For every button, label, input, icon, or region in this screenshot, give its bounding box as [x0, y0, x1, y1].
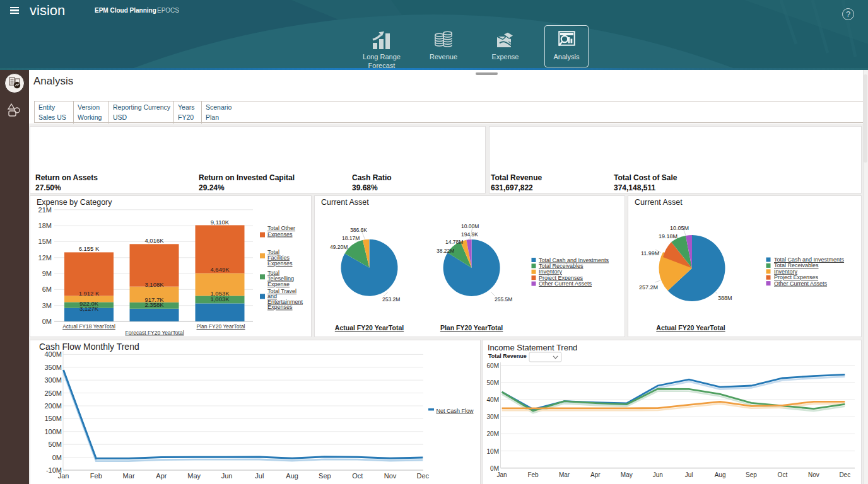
- svg-text:18M: 18M: [38, 222, 52, 229]
- svg-text:1,003K: 1,003K: [210, 296, 230, 302]
- svg-text:Sep: Sep: [746, 471, 757, 478]
- svg-text:255.5M: 255.5M: [495, 296, 512, 302]
- svg-text:Apr: Apr: [590, 471, 601, 478]
- svg-text:Jun: Jun: [653, 471, 663, 478]
- svg-text:Nov: Nov: [384, 472, 397, 480]
- svg-text:Jul: Jul: [685, 471, 693, 478]
- svg-text:253.2M: 253.2M: [382, 296, 400, 302]
- svg-text:10.05M: 10.05M: [670, 225, 689, 231]
- svg-text:Actual FY18 YearTotal: Actual FY18 YearTotal: [62, 323, 115, 330]
- svg-text:Jun: Jun: [221, 472, 233, 480]
- svg-text:19.18M: 19.18M: [659, 233, 677, 239]
- svg-text:Expenses: Expenses: [267, 260, 293, 267]
- svg-text:Plan FY20 YearTotal: Plan FY20 YearTotal: [440, 324, 503, 331]
- svg-text:14.78M: 14.78M: [445, 239, 463, 245]
- svg-text:3M: 3M: [42, 302, 52, 309]
- svg-text:300M: 300M: [44, 376, 62, 384]
- svg-text:Expense: Expense: [267, 281, 290, 287]
- svg-text:350M: 350M: [44, 364, 62, 371]
- svg-text:Net Cash Flow: Net Cash Flow: [437, 408, 474, 414]
- svg-text:Sep: Sep: [319, 472, 331, 480]
- svg-text:9,110K: 9,110K: [211, 219, 230, 226]
- svg-text:250M: 250M: [44, 389, 62, 397]
- svg-text:194.9K: 194.9K: [461, 231, 478, 238]
- svg-text:15M: 15M: [38, 238, 52, 245]
- svg-text:Feb: Feb: [90, 472, 102, 480]
- svg-text:Actual FY20 YearTotal: Actual FY20 YearTotal: [335, 324, 404, 331]
- svg-text:11.99M: 11.99M: [641, 250, 659, 256]
- svg-text:4,649K: 4,649K: [210, 266, 230, 273]
- svg-text:Other Current Assets: Other Current Assets: [774, 280, 828, 287]
- svg-text:Dec: Dec: [417, 472, 430, 480]
- svg-text:Expenses: Expenses: [267, 231, 293, 238]
- svg-text:Dec: Dec: [839, 471, 850, 478]
- svg-text:257.2M: 257.2M: [639, 284, 658, 291]
- svg-text:Other Current Assets: Other Current Assets: [539, 280, 592, 287]
- svg-text:100M: 100M: [44, 428, 62, 435]
- svg-text:Total Revenue: Total Revenue: [488, 353, 527, 359]
- svg-text:Actual FY20 YearTotal: Actual FY20 YearTotal: [656, 324, 725, 331]
- svg-text:Oct: Oct: [778, 471, 788, 478]
- svg-text:4,016K: 4,016K: [144, 237, 164, 244]
- svg-text:Jul: Jul: [255, 472, 264, 480]
- svg-text:150M: 150M: [44, 415, 62, 422]
- svg-text:20M: 20M: [487, 430, 499, 437]
- svg-text:3,127K: 3,127K: [79, 305, 99, 312]
- svg-text:May: May: [187, 472, 201, 480]
- svg-text:Apr: Apr: [156, 472, 167, 480]
- svg-text:60M: 60M: [487, 362, 499, 369]
- svg-text:Feb: Feb: [527, 471, 539, 478]
- svg-text:6.155 K: 6.155 K: [79, 245, 100, 252]
- svg-text:Plan FY20 YearTotal: Plan FY20 YearTotal: [196, 323, 245, 330]
- svg-text:388M: 388M: [718, 295, 732, 301]
- svg-text:Total Other: Total Other: [267, 225, 295, 231]
- svg-text:40M: 40M: [487, 396, 499, 403]
- svg-text:May: May: [621, 471, 633, 478]
- svg-text:2.358K: 2.358K: [144, 301, 164, 308]
- svg-text:0M: 0M: [52, 454, 62, 461]
- svg-text:50M: 50M: [49, 441, 62, 448]
- svg-text:Mar: Mar: [559, 471, 570, 478]
- svg-text:386.6K: 386.6K: [350, 227, 367, 233]
- svg-text:0M: 0M: [42, 318, 52, 325]
- svg-text:50M: 50M: [487, 379, 499, 386]
- svg-text:10M: 10M: [487, 448, 499, 455]
- svg-text:12M: 12M: [38, 254, 52, 262]
- svg-text:9M: 9M: [42, 270, 52, 277]
- svg-text:Expenses: Expenses: [267, 304, 293, 310]
- svg-text:6M: 6M: [42, 285, 52, 293]
- svg-text:Nov: Nov: [808, 471, 819, 478]
- svg-text:Jan: Jan: [58, 472, 69, 480]
- svg-text:Oct: Oct: [352, 472, 363, 480]
- svg-text:Aug: Aug: [715, 471, 726, 478]
- svg-text:Mar: Mar: [123, 472, 135, 480]
- svg-text:Jan: Jan: [497, 471, 507, 478]
- svg-text:38.22M: 38.22M: [437, 248, 454, 254]
- svg-text:Forecast FY20 YearTotal: Forecast FY20 YearTotal: [125, 330, 184, 336]
- svg-text:Aug: Aug: [286, 472, 298, 480]
- svg-text:1.912 K: 1.912 K: [79, 290, 100, 297]
- svg-text:18.17M: 18.17M: [342, 235, 360, 241]
- svg-text:200M: 200M: [44, 402, 62, 410]
- svg-text:49.20M: 49.20M: [330, 244, 348, 250]
- svg-text:21M: 21M: [38, 206, 52, 214]
- svg-text:400M: 400M: [44, 350, 62, 358]
- svg-text:3,108K: 3,108K: [144, 281, 164, 288]
- svg-text:30M: 30M: [487, 413, 499, 420]
- svg-text:10.00M: 10.00M: [461, 223, 479, 229]
